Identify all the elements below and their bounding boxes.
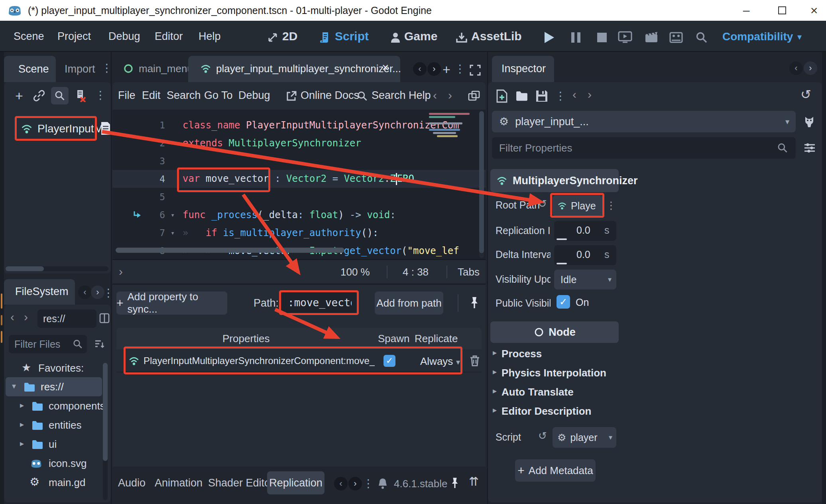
panel-audio[interactable]: Audio	[118, 477, 146, 489]
script-tab-main-menu[interactable]: main_menu	[112, 56, 187, 82]
panels-menu-icon[interactable]: ⋮	[363, 477, 374, 490]
code-line[interactable]: 6▾func _process(_delta: float) -> void:	[112, 206, 486, 224]
script-history-back-icon[interactable]: ‹	[433, 89, 437, 102]
code-line[interactable]: 5	[112, 188, 486, 206]
float-panel-icon[interactable]	[467, 90, 481, 102]
load-resource-icon[interactable]	[514, 89, 529, 103]
replication-row[interactable]: PlayerInputMultiplayerSynchronizerCompon…	[116, 349, 482, 372]
code-hscrollbar[interactable]	[116, 248, 344, 253]
add-from-path-button[interactable]: Add from path	[375, 291, 443, 315]
detach-script-button[interactable]	[73, 89, 88, 103]
filesystem-vscrollbar[interactable]	[103, 363, 108, 500]
public-visibility-checkbox[interactable]: ✓	[557, 295, 570, 309]
inspector-tab[interactable]: Inspector	[492, 56, 554, 82]
fs-row-entities[interactable]: ▸ entities	[6, 415, 102, 435]
fs-row-icon-svg[interactable]: icon.svg	[6, 454, 102, 473]
script-menu-debug[interactable]: Debug	[238, 89, 270, 102]
current-path-field[interactable]: res://	[37, 309, 96, 328]
menu-help[interactable]: Help	[199, 30, 221, 43]
renderer-select[interactable]: Compatibility	[722, 30, 793, 43]
context-assetlib[interactable]: AssetLib	[471, 30, 522, 43]
inspector-tabs-forward-icon[interactable]: ›	[804, 61, 817, 75]
object-name-select[interactable]: ⚙ player_input_... ▾	[492, 111, 796, 132]
fs-back-icon[interactable]: ‹	[10, 310, 14, 324]
filter-nodes-button[interactable]	[51, 87, 69, 104]
close-tab-icon[interactable]: ×	[382, 61, 389, 74]
path-field[interactable]	[281, 292, 357, 314]
panel-animation[interactable]: Animation	[155, 477, 203, 489]
menu-editor[interactable]: Editor	[155, 30, 183, 43]
pause-button[interactable]	[568, 30, 583, 45]
path-input[interactable]	[288, 295, 352, 310]
search-help-button[interactable]: Search Help	[372, 89, 431, 102]
add-property-button[interactable]: + Add property to sync...	[116, 291, 227, 315]
class-section-header[interactable]: MultiplayerSynchronizer	[490, 169, 619, 192]
group-auto-translate[interactable]: ▸Auto Translate	[493, 386, 619, 404]
fs-row-res[interactable]: ▾ res://	[6, 377, 102, 396]
panels-back-icon[interactable]: ‹	[334, 477, 348, 490]
object-history-icon[interactable]: ↺	[800, 87, 811, 102]
scene-dock-menu-icon[interactable]: ⋮	[101, 61, 112, 75]
indent-type[interactable]: Tabs	[458, 266, 480, 278]
code-line[interactable]: 4var move_vector : Vector2 = Vector2.ZER…	[112, 170, 486, 188]
root-path-revert-icon[interactable]: ↺	[538, 198, 547, 210]
remote-play-button[interactable]	[617, 30, 633, 45]
property-filter-options-icon[interactable]	[802, 140, 817, 156]
online-docs-button[interactable]: Online Docs	[301, 89, 359, 102]
attached-script-icon[interactable]	[99, 120, 112, 136]
expand-panel-icon[interactable]: ⇈	[469, 474, 479, 488]
dock-nav-back-icon[interactable]: ‹	[78, 285, 92, 299]
group-process[interactable]: ▸Process	[493, 348, 619, 365]
delete-property-icon[interactable]	[469, 354, 481, 367]
scene-tab[interactable]: Scene	[4, 56, 56, 82]
minimize-button[interactable]: –	[738, 2, 755, 18]
fs-forward-icon[interactable]: ›	[24, 310, 28, 324]
root-path-menu-icon[interactable]: ⋮	[606, 199, 616, 212]
panels-forward-icon[interactable]: ›	[348, 477, 362, 490]
root-path-button[interactable]: Playe	[553, 195, 603, 216]
code-vscrollbar[interactable]	[479, 110, 484, 258]
tab-list-menu-icon[interactable]: ⋮	[454, 62, 466, 75]
favorites-row[interactable]: ★ Favorites:	[6, 358, 103, 377]
save-resource-icon[interactable]	[534, 89, 549, 104]
script-menu-edit[interactable]: Edit	[142, 89, 161, 102]
inspector-tabs-back-icon[interactable]: ‹	[789, 61, 803, 75]
visibility-update-select[interactable]: Idle ▾	[554, 270, 616, 289]
inspect-dog-icon[interactable]	[801, 114, 817, 130]
notification-bell-icon[interactable]	[376, 476, 390, 490]
stop-button[interactable]	[595, 30, 609, 45]
dock-nav-forward-icon[interactable]: ›	[91, 285, 104, 299]
expand-arrow-icon[interactable]: ▸	[20, 439, 24, 448]
fs-row-ui[interactable]: ▸ ui	[6, 435, 102, 454]
script-menu-file[interactable]: File	[118, 89, 136, 102]
context-game[interactable]: Game	[404, 30, 437, 43]
pin-bottom-panel-icon[interactable]	[448, 476, 462, 490]
new-resource-icon[interactable]	[494, 89, 509, 104]
pin-panel-icon[interactable]	[467, 294, 482, 312]
script-menu-search[interactable]: Search	[167, 89, 201, 102]
menu-debug[interactable]: Debug	[108, 30, 140, 43]
delta-interval-field[interactable]: 0.0 s	[554, 245, 616, 265]
tabs-back-icon[interactable]: ‹	[413, 62, 427, 76]
panel-shader-editor[interactable]: Shader Editor	[208, 477, 274, 489]
spin-slider[interactable]	[557, 263, 567, 264]
panel-replication[interactable]: Replication	[267, 471, 324, 494]
scene-tree-hscrollbar[interactable]	[6, 266, 108, 271]
code-area[interactable]: 1class_name PlayerInputMultiplayerSynchr…	[112, 110, 486, 259]
fs-row-main-gd[interactable]: ⚙ main.gd	[6, 473, 102, 492]
instance-scene-button[interactable]	[32, 89, 46, 103]
expand-arrow-icon[interactable]: ▸	[20, 419, 24, 429]
scene-toolbar-menu-icon[interactable]: ⋮	[95, 89, 106, 102]
resource-menu-icon[interactable]: ⋮	[555, 89, 566, 102]
context-script[interactable]: Script	[335, 30, 369, 43]
filter-files-box[interactable]	[9, 335, 87, 353]
filter-properties-box[interactable]	[492, 137, 796, 159]
filesystem-tab[interactable]: FileSystem	[4, 279, 75, 305]
spin-slider[interactable]	[557, 238, 567, 240]
code-minimap[interactable]	[427, 111, 479, 143]
zoom-level[interactable]: 100 %	[340, 266, 370, 278]
context-2d[interactable]: 2D	[282, 30, 297, 43]
node-section-header[interactable]: Node	[490, 321, 619, 343]
collapse-arrow-icon[interactable]: ▾	[12, 381, 16, 391]
expand-arrow-icon[interactable]: ▸	[20, 400, 24, 410]
